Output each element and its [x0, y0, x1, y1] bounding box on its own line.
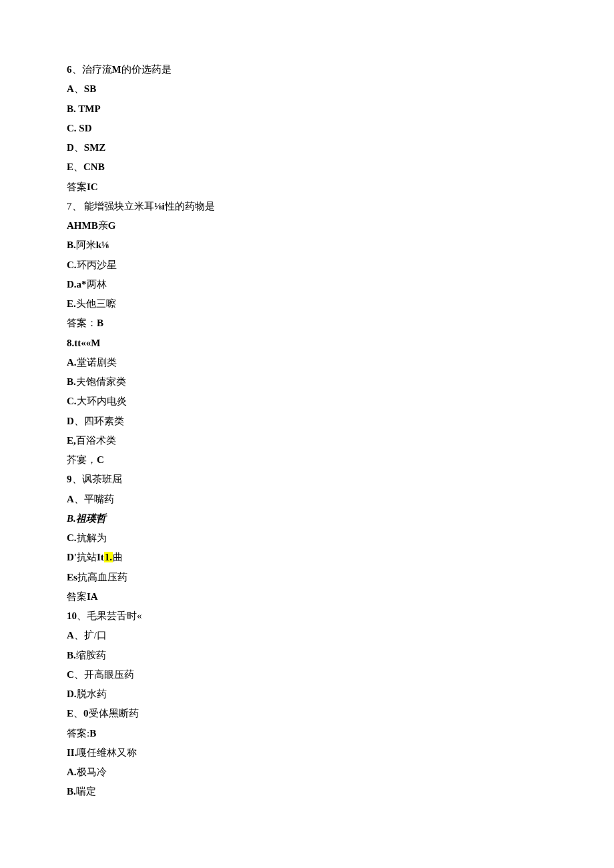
text-line: B. TMP [67, 99, 547, 119]
text-line: 芥宴，C [67, 450, 547, 470]
text-segment: D.a* [67, 279, 87, 290]
text-segment: B. TMP [67, 103, 101, 114]
text-segment: A. [67, 767, 77, 777]
text-line: B.缩胺药 [67, 646, 547, 665]
text-segment: AHMB [67, 220, 98, 231]
text-segment: 性的药物是 [165, 201, 215, 211]
text-segment: 堂诺剧类 [77, 357, 117, 368]
text-segment: B.祖瑛哲 [67, 513, 106, 524]
text-segment: 咎案 [67, 591, 87, 602]
text-segment: E, [67, 435, 76, 446]
text-line: A.堂诺剧类 [67, 353, 547, 372]
text-line: B.喘定 [67, 782, 547, 801]
text-segment: E. [67, 298, 76, 309]
text-segment: 、 [74, 142, 84, 153]
text-segment: 、治疗流 [72, 64, 112, 75]
text-segment: ⅛i [154, 201, 164, 211]
text-segment: A [67, 494, 74, 504]
text-line: D.脱水药 [67, 685, 547, 704]
text-line: 咎案IA [67, 587, 547, 606]
text-segment: 6 [67, 64, 72, 75]
text-segment: 、四环素类 [74, 416, 124, 426]
text-line: A、平嘴药 [67, 490, 547, 509]
text-line: D、SMZ [67, 138, 547, 157]
text-line: 8.tt««M [67, 334, 547, 353]
text-segment: 夫饱倩家类 [76, 376, 126, 387]
text-segment: 1. [104, 552, 113, 562]
text-segment: 10 [67, 610, 77, 621]
text-segment: B [97, 318, 103, 328]
text-segment: It [97, 552, 104, 562]
text-segment: 、平嘴药 [74, 494, 114, 504]
text-segment: 、开高眼压药 [74, 669, 134, 680]
text-segment: 答案 [67, 181, 87, 192]
text-segment: 抗高血压药 [77, 572, 127, 582]
text-segment: Es [67, 572, 77, 582]
text-segment: A [67, 630, 74, 640]
text-line: C、开高眼压药 [67, 665, 547, 685]
text-segment: C. [67, 532, 77, 543]
text-segment: 头他三嚓 [76, 298, 116, 309]
text-line: 答案：B [67, 314, 547, 333]
text-segment: 、毛果芸舌时« [77, 610, 142, 621]
text-line: B.夫饱倩家类 [67, 372, 547, 392]
text-segment: C. SD [67, 123, 92, 133]
text-segment: 大环内电炎 [77, 396, 127, 406]
text-line: 7、 能增强块立米耳⅛i性的药物是 [67, 197, 547, 216]
text-segment: 答案: [67, 728, 89, 739]
text-segment: A. [67, 357, 77, 368]
text-line: 6、治疗流M的价选药是 [67, 60, 547, 79]
text-segment: 0 [83, 708, 89, 719]
text-line: B.阿米k⅛ [67, 236, 547, 255]
text-segment: B. [67, 376, 76, 387]
text-segment: B [89, 728, 96, 739]
text-segment: k⅛ [96, 240, 109, 250]
text-segment: 抗站 [77, 552, 97, 562]
text-line: D、四环素类 [67, 412, 547, 431]
text-segment: IA [87, 591, 98, 602]
text-segment: E [67, 161, 73, 172]
text-segment: E [67, 708, 73, 719]
document-page: 6、治疗流M的价选药是A、SBB. TMPC. SDD、SMZE、CNB答案IC… [0, 0, 614, 842]
text-segment: D' [67, 552, 77, 562]
text-segment: G [108, 220, 116, 231]
text-line: 答案:B [67, 724, 547, 743]
text-segment: 抗解为 [77, 532, 107, 543]
text-segment: 答案： [67, 318, 97, 328]
text-segment: 、扩/口 [74, 630, 107, 640]
text-segment: 受体黑断药 [89, 708, 139, 719]
text-segment: B. [67, 240, 76, 250]
text-segment: 喘定 [76, 786, 96, 797]
text-line: E,百浴术类 [67, 431, 547, 450]
text-segment: C [67, 669, 74, 680]
text-segment: 阿米 [76, 240, 96, 250]
text-segment: SB [84, 83, 96, 94]
text-segment: C. [67, 260, 77, 270]
text-segment: 、讽茶班屈 [72, 474, 122, 484]
text-line: C.大环内电炎 [67, 392, 547, 411]
text-segment: 8.tt««M [67, 338, 100, 348]
text-segment: A [67, 83, 74, 94]
text-line: D.a*两林 [67, 275, 547, 294]
text-segment: C. [67, 396, 77, 406]
text-line: C. SD [67, 119, 547, 138]
text-line: Es抗高血压药 [67, 568, 547, 587]
text-segment: B. [67, 650, 76, 661]
text-line: II.嘎任维林又称 [67, 743, 547, 763]
text-line: E、0受体黑断药 [67, 704, 547, 723]
text-line: C.环丙沙星 [67, 256, 547, 275]
text-line: 10、毛果芸舌时« [67, 606, 547, 626]
text-segment: 芥宴， [67, 454, 97, 465]
text-line: C.抗解为 [67, 528, 547, 548]
text-segment: M [112, 64, 121, 75]
text-segment: IC [87, 181, 98, 192]
text-segment: 9 [67, 474, 72, 484]
text-segment: D. [67, 689, 77, 699]
text-line: D'抗站It1.曲 [67, 548, 547, 567]
text-line: E、CNB [67, 157, 547, 177]
text-segment: II. [67, 747, 77, 758]
text-line: A、扩/口 [67, 626, 547, 645]
text-line: AHMB亲G [67, 216, 547, 236]
text-segment: 脱水药 [77, 689, 107, 699]
text-segment: 极马冷 [77, 767, 107, 777]
